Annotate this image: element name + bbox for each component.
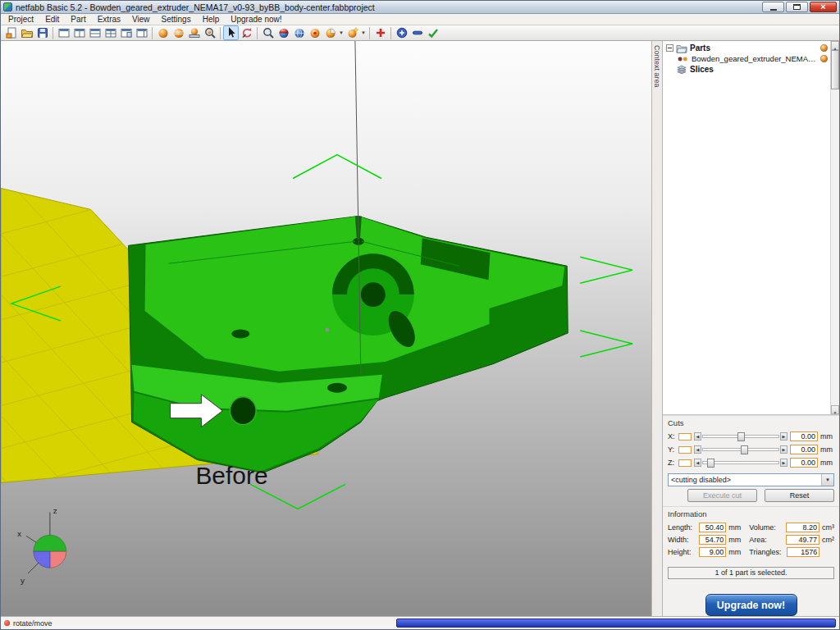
globe-view-icon[interactable] xyxy=(291,25,307,40)
save-project-icon[interactable] xyxy=(34,25,50,40)
slider-thumb[interactable] xyxy=(707,459,714,468)
new-project-icon[interactable] xyxy=(3,25,19,40)
zoom-tool-icon[interactable] xyxy=(260,25,276,40)
scroll-down-icon[interactable] xyxy=(831,405,839,414)
axis-x-label: x xyxy=(17,529,21,538)
height-value: 9.00 xyxy=(699,547,727,557)
parts-folder-icon xyxy=(676,43,687,53)
cut-z-slider[interactable] xyxy=(694,459,788,467)
cut-y-value[interactable]: 0.00 xyxy=(790,445,818,454)
cut-x-step-input[interactable] xyxy=(678,433,692,441)
toolbar-separator xyxy=(257,27,258,39)
maximize-button[interactable] xyxy=(786,2,808,12)
menu-help[interactable]: Help xyxy=(197,15,226,24)
cut-mode-select[interactable]: <cutting disabled> xyxy=(668,473,834,486)
context-area-strip[interactable]: Context area xyxy=(651,41,663,616)
menu-settings[interactable]: Settings xyxy=(156,15,197,24)
part-model[interactable] xyxy=(129,216,568,472)
visibility-icon[interactable] xyxy=(819,43,829,52)
tree-item-parts[interactable]: Parts xyxy=(663,43,830,53)
view-wide-icon[interactable] xyxy=(134,25,149,40)
slider-right-icon[interactable] xyxy=(780,459,788,467)
cut-x-value[interactable]: 0.00 xyxy=(790,431,818,441)
add-part-icon[interactable] xyxy=(372,25,388,40)
new-window-view-caret-icon[interactable] xyxy=(360,30,367,35)
titlebar[interactable]: netfabb Basic 5.2 - Bowden_geared_extrud… xyxy=(1,1,839,14)
section-view-caret-icon[interactable] xyxy=(338,30,345,35)
maximize-icon xyxy=(793,4,801,10)
apply-repair-icon[interactable] xyxy=(425,25,441,40)
select-tool-icon[interactable] xyxy=(223,25,239,40)
menu-edit[interactable]: Edit xyxy=(39,15,65,24)
minimize-icon xyxy=(770,9,777,11)
slider-left-icon[interactable] xyxy=(694,445,701,454)
cut-y-step-input[interactable] xyxy=(678,446,692,454)
cut-y-slider[interactable] xyxy=(694,445,788,454)
collapse-icon[interactable] xyxy=(666,44,673,52)
cut-x-slider[interactable] xyxy=(694,432,788,441)
menu-view[interactable]: View xyxy=(126,15,156,24)
menu-upgrade-now[interactable]: Upgrade now! xyxy=(225,15,287,24)
volume-unit: cm³ xyxy=(822,523,834,532)
repair-part-icon[interactable] xyxy=(394,25,409,40)
cut-z-unit: mm xyxy=(820,459,834,467)
tree-item-slices[interactable]: Slices xyxy=(663,64,830,75)
area-label: Area: xyxy=(749,536,783,544)
cut-z-value[interactable]: 0.00 xyxy=(790,458,818,468)
view-split-horizontal-icon[interactable] xyxy=(87,25,103,40)
section-view-icon[interactable] xyxy=(322,25,338,40)
slider-left-icon[interactable] xyxy=(694,459,701,467)
slider-thumb[interactable] xyxy=(737,432,745,441)
cuts-buttons: Execute cut Reset xyxy=(668,489,834,502)
axis-y-label: y xyxy=(21,576,25,585)
reset-button[interactable]: Reset xyxy=(765,489,834,502)
show-platform-icon[interactable] xyxy=(186,25,202,40)
close-icon xyxy=(820,2,825,11)
visibility-icon[interactable] xyxy=(819,54,829,63)
scrollbar-thumb[interactable] xyxy=(831,50,839,89)
origin-view-icon[interactable] xyxy=(307,25,322,40)
view-split-vertical-icon[interactable] xyxy=(71,25,87,40)
height-label: Height: xyxy=(668,548,696,556)
execute-cut-button[interactable]: Execute cut xyxy=(687,489,757,502)
parts-tree[interactable]: Parts Bowden_geared_extruder_NEMA17_v0-9… xyxy=(663,41,839,415)
slider-right-icon[interactable] xyxy=(780,445,788,454)
view-single-icon[interactable] xyxy=(56,25,71,40)
new-window-view-icon[interactable] xyxy=(345,25,360,40)
length-label: Length: xyxy=(668,523,696,532)
width-unit: mm xyxy=(728,536,741,544)
open-project-icon[interactable] xyxy=(19,25,34,40)
slider-left-icon[interactable] xyxy=(694,432,701,441)
zoom-to-parts-icon[interactable] xyxy=(202,25,217,40)
cut-z-label: Z: xyxy=(668,459,676,467)
cut-z-step-input[interactable] xyxy=(678,459,692,467)
menu-project[interactable]: Project xyxy=(2,15,39,24)
viewport-3d[interactable]: Before x y z xyxy=(1,41,651,616)
view-quad-icon[interactable] xyxy=(103,25,118,40)
slider-right-icon[interactable] xyxy=(780,432,788,441)
tree-item-part[interactable]: Bowden_geared_extruder_NEMA17_v0-93_byBB… xyxy=(663,53,830,64)
upgrade-now-button[interactable]: Upgrade now! xyxy=(705,594,797,616)
menu-extras[interactable]: Extras xyxy=(92,15,126,24)
scroll-up-icon[interactable] xyxy=(831,41,839,50)
window-controls xyxy=(762,2,837,12)
area-value: 49.77 xyxy=(786,535,819,545)
info-row: Width: 54.70 mm Area: 49.77 cm² xyxy=(668,533,834,546)
orient-view-icon[interactable] xyxy=(276,25,291,40)
tree-scrollbar[interactable] xyxy=(830,41,839,414)
cut-y-unit: mm xyxy=(820,445,834,454)
information-title: Information xyxy=(668,509,834,518)
minimize-button[interactable] xyxy=(762,2,784,12)
toolbar xyxy=(1,25,839,41)
part-bowden-hole xyxy=(230,397,256,425)
menu-part[interactable]: Part xyxy=(65,15,91,24)
cuts-title: Cuts xyxy=(668,418,834,427)
remove-part-icon[interactable] xyxy=(409,25,425,40)
close-button[interactable] xyxy=(810,2,837,12)
view-detail-icon[interactable] xyxy=(118,25,134,40)
dropdown-arrow-icon[interactable] xyxy=(821,474,833,486)
rotate-tool-icon[interactable] xyxy=(239,25,254,40)
show-slices-icon[interactable] xyxy=(171,25,186,40)
show-parts-icon[interactable] xyxy=(155,25,171,40)
slider-thumb[interactable] xyxy=(741,445,748,454)
